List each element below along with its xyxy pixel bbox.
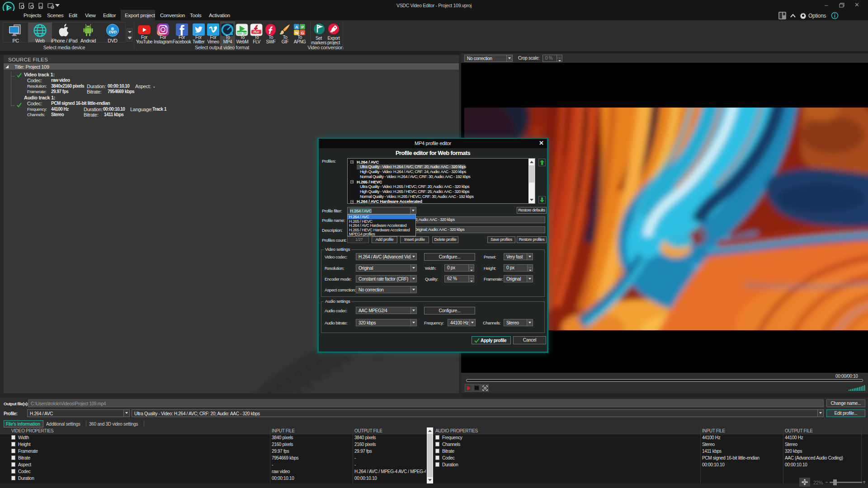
svg-text:A: A: [295, 25, 298, 29]
svg-text:web▶m: web▶m: [236, 31, 247, 35]
svg-text:G: G: [301, 31, 304, 35]
svg-text:N: N: [295, 31, 298, 35]
svg-text:FLV: FLV: [254, 30, 259, 33]
svg-text:DVD: DVD: [108, 30, 116, 34]
svg-text:P: P: [301, 25, 304, 29]
